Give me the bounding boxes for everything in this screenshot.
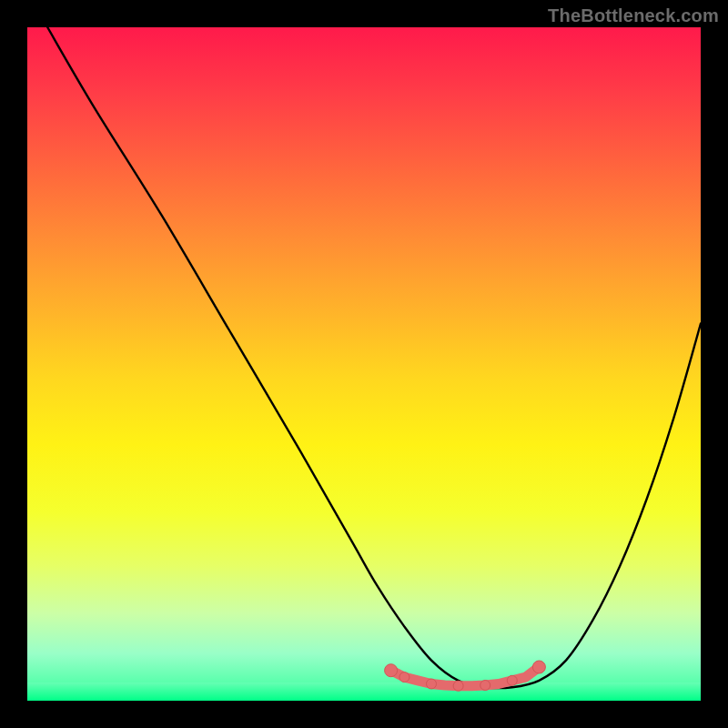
marker-dot [507,675,517,685]
watermark-text: TheBottleneck.com [548,5,719,26]
curve-path-group [47,27,701,688]
marker-dot [385,664,398,677]
marker-dot [532,661,545,673]
bottleneck-curve [47,27,701,688]
marker-dot [453,681,463,691]
curve-svg [27,27,701,701]
marker-dot [427,679,437,689]
marker-dot [480,681,490,691]
plot-area [27,27,701,701]
chart-frame: TheBottleneck.com [0,0,728,728]
marker-dot [399,672,410,682]
